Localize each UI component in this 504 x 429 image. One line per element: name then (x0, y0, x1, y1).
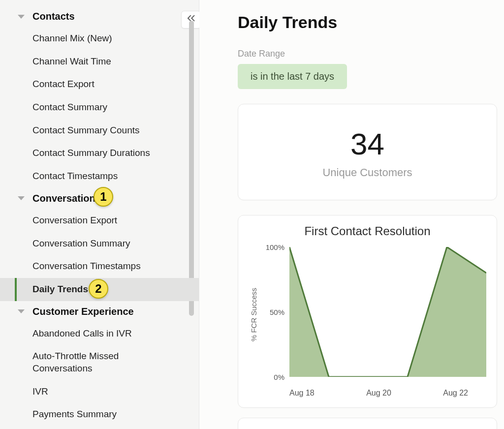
tree-item-contact-summary[interactable]: Contact Summary (0, 96, 199, 119)
tree-item-channel-wait-time[interactable]: Channel Wait Time (0, 50, 199, 73)
group-label: Customer Experience (32, 306, 134, 317)
caret-down-icon (18, 15, 25, 19)
group-label: Contacts (32, 11, 75, 22)
tree-item-abandoned-calls-ivr[interactable]: Abandoned Calls in IVR (0, 322, 199, 345)
tree-item-daily-trends[interactable]: Daily Trends 2 (0, 278, 199, 301)
caret-down-icon (18, 196, 25, 200)
date-range-filter-chip[interactable]: is in the last 7 days (238, 64, 347, 89)
tree-item-ivr[interactable]: IVR (0, 380, 199, 403)
tree-item-conversation-summary[interactable]: Conversation Summary (0, 232, 199, 255)
annotation-badge-1: 1 (94, 187, 113, 207)
fcr-chart-card: First Contact Resolution % FCR Success 1… (238, 215, 497, 408)
tree-group-contacts[interactable]: Contacts (0, 6, 199, 27)
tree-item-auto-throttle-missed[interactable]: Auto-Throttle Missed Conversations (0, 345, 199, 380)
chart-xaxis: Aug 18 Aug 20 Aug 22 (247, 386, 488, 400)
sidebar: Contacts Channel Mix (New) Channel Wait … (0, 0, 199, 429)
tree-item-conversation-timestamps[interactable]: Conversation Timestamps (0, 255, 199, 278)
tree-item-contact-summary-durations[interactable]: Contact Summary Durations (0, 142, 199, 165)
tree-item-conversation-export[interactable]: Conversation Export (0, 209, 199, 232)
chart-svg (289, 247, 486, 377)
tree-group-conversations[interactable]: Conversations 1 (0, 188, 199, 209)
caret-down-icon (18, 309, 25, 313)
xtick: Aug 20 (366, 389, 391, 398)
tree-item-contact-summary-counts[interactable]: Contact Summary Counts (0, 119, 199, 142)
page-title: Daily Trends (238, 13, 499, 32)
ytick-50: 50% (261, 308, 284, 316)
group-label: Conversations (32, 193, 101, 204)
stat-value: 34 (248, 129, 487, 159)
xtick: Aug 22 (443, 389, 468, 398)
chart-plot-area: 100% 50% 0% (261, 243, 488, 386)
chart-title: First Contact Resolution (247, 224, 488, 238)
filter-label: Date Range (238, 49, 499, 59)
xtick: Aug 18 (289, 389, 315, 398)
ytick-100: 100% (261, 243, 284, 251)
tree-item-contact-export[interactable]: Contact Export (0, 73, 199, 96)
tree-group-customer-experience[interactable]: Customer Experience (0, 301, 199, 322)
tree-item-channel-mix-new[interactable]: Channel Mix (New) (0, 27, 199, 50)
unique-customers-card: 34 Unique Customers (238, 104, 497, 200)
stat-label: Unique Customers (248, 166, 487, 179)
tree-item-payments-summary[interactable]: Payments Summary (0, 403, 199, 426)
ytick-0: 0% (261, 373, 284, 381)
main-content: Daily Trends Date Range is in the last 7… (199, 0, 504, 429)
tree-item-proactive-voice-summary[interactable]: Proactive Voice Summary (0, 426, 199, 429)
top-topics-card: Top 10 Topics Applied (238, 418, 497, 429)
chart-ylabel: % FCR Success (250, 287, 258, 341)
annotation-badge-2: 2 (89, 279, 108, 299)
tree-item-contact-timestamps[interactable]: Contact Timestamps (0, 165, 199, 188)
sidebar-tree: Contacts Channel Mix (New) Channel Wait … (0, 3, 199, 429)
chart-area (289, 247, 486, 377)
